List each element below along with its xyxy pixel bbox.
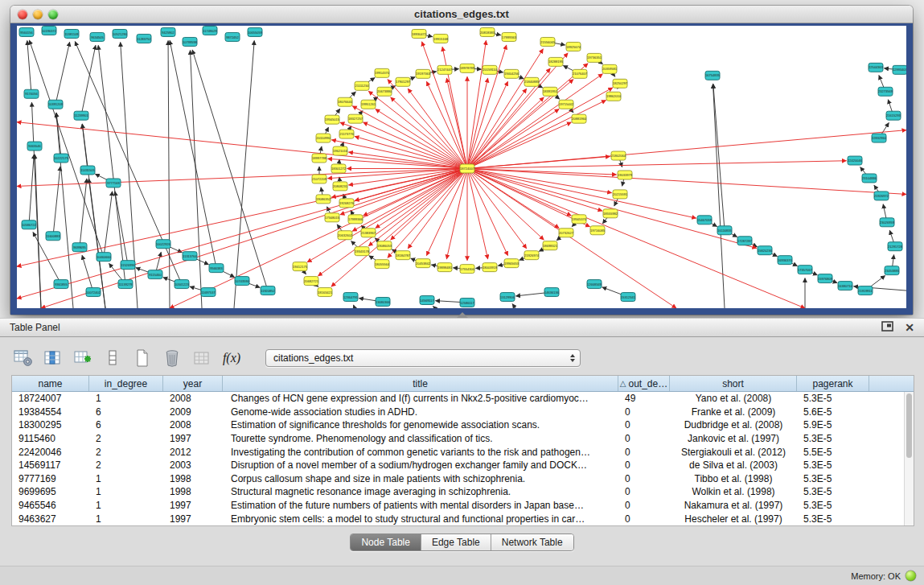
table-row[interactable]: 1872400712008Changes of HCN gene express… xyxy=(12,392,914,406)
graph-node[interactable]: 9872452 xyxy=(225,32,240,41)
graph-node[interactable]: 21076407 xyxy=(573,69,588,78)
graph-node[interactable]: 18391951 xyxy=(543,87,558,96)
graph-node[interactable]: 18184787 xyxy=(396,251,411,260)
graph-node[interactable]: 21556065 xyxy=(540,37,556,46)
graph-node[interactable]: 18288195 xyxy=(548,57,564,66)
table-row[interactable]: 946362711997Embryonic stem cells: a mode… xyxy=(12,512,914,525)
table-row[interactable]: 946554611997Estimation of the future num… xyxy=(12,499,914,513)
graph-edge[interactable] xyxy=(422,42,467,169)
table-scrollbar[interactable] xyxy=(904,392,914,525)
graph-node[interactable]: 18250297 xyxy=(613,79,628,88)
graph-node[interactable]: 17999366 xyxy=(348,215,363,224)
graph-node[interactable]: 19715442 xyxy=(559,100,574,109)
graph-node[interactable]: 9699695 xyxy=(72,243,87,252)
graph-node[interactable]: 11697537 xyxy=(201,288,216,297)
graph-node[interactable]: 11381109 xyxy=(64,29,79,38)
graph-edge[interactable] xyxy=(467,168,805,308)
graph-edge[interactable] xyxy=(115,192,128,265)
show-columns-button[interactable] xyxy=(43,348,64,368)
scrollbar-thumb[interactable] xyxy=(906,393,912,458)
panel-collapse-handle[interactable] xyxy=(457,312,468,318)
tab-edge-table[interactable]: Edge Table xyxy=(421,534,491,550)
graph-node[interactable]: 19565370 xyxy=(572,215,587,224)
graph-node[interactable]: 15467059 xyxy=(697,216,713,225)
graph-node[interactable]: 18055564 xyxy=(375,260,390,269)
graph-node[interactable]: 9361855 xyxy=(54,280,68,289)
graph-edge[interactable] xyxy=(168,40,170,308)
graph-edge[interactable] xyxy=(81,45,96,115)
graph-node[interactable]: 18978789 xyxy=(460,64,475,72)
network-canvas[interactable]: 1872400719565370207326271869832121926974… xyxy=(17,26,906,308)
graph-node[interactable]: 11239901 xyxy=(74,111,89,120)
graph-edge[interactable] xyxy=(170,168,467,308)
graph-node[interactable]: 9115460 xyxy=(148,270,162,279)
table-row[interactable]: 911546021997Tourette syndrome. Phenomeno… xyxy=(12,432,914,446)
graph-node[interactable]: 21111234 xyxy=(355,81,369,90)
graph-node[interactable]: 10222175 xyxy=(54,154,69,163)
graph-node[interactable]: 9560156 xyxy=(19,27,34,36)
graph-node[interactable]: 11920852 xyxy=(261,286,276,295)
graph-node[interactable]: 18327257 xyxy=(348,114,363,123)
graph-node[interactable]: 10521290 xyxy=(113,29,128,38)
graph-node[interactable]: 18003919 xyxy=(483,263,498,272)
graph-node[interactable]: 10743590 xyxy=(235,277,250,286)
graph-node[interactable]: 11139279 xyxy=(118,280,133,289)
graph-node[interactable]: 10460660 xyxy=(97,253,112,262)
graph-edge[interactable] xyxy=(467,168,696,218)
graph-node[interactable]: 17901297 xyxy=(396,77,411,86)
window-titlebar[interactable]: citations_edges.txt xyxy=(10,6,913,23)
graph-node[interactable]: 19412175 xyxy=(293,262,308,271)
graph-node[interactable]: 17357067 xyxy=(798,266,813,274)
row-options-button[interactable] xyxy=(102,348,123,368)
graph-edge[interactable] xyxy=(467,122,571,169)
graph-node[interactable]: 20632602 xyxy=(338,231,353,240)
table-row[interactable]: 2242004622012Investigating the contribut… xyxy=(12,445,914,459)
graph-node[interactable]: 12586117 xyxy=(460,299,475,307)
graph-node[interactable]: 21173776 xyxy=(339,130,355,138)
graph-edge[interactable] xyxy=(433,306,435,308)
graph-node[interactable]: 19343178 xyxy=(355,247,370,256)
graph-node[interactable]: 16380710 xyxy=(838,282,853,290)
close-panel-icon[interactable]: ✕ xyxy=(905,322,914,333)
graph-node[interactable]: 20682721 xyxy=(304,277,319,286)
graph-node[interactable]: 16936370 xyxy=(778,256,793,265)
graph-node[interactable]: 20673880 xyxy=(377,87,392,96)
table-row[interactable]: 969969511998Structural magnetic resonanc… xyxy=(12,485,914,499)
graph-node[interactable]: 13129906 xyxy=(500,293,515,302)
graph-node[interactable]: 17287287 xyxy=(737,237,753,245)
table-row[interactable]: 977716911998Corpus callosum shape and si… xyxy=(12,472,914,486)
graph-edge[interactable] xyxy=(467,161,847,169)
graph-node[interactable]: 20881960 xyxy=(572,114,587,123)
graph-node[interactable]: 11313764 xyxy=(183,252,198,261)
graph-edge[interactable] xyxy=(56,113,61,158)
table-select-dropdown[interactable]: citations_edges.txt xyxy=(265,349,581,367)
graph-node[interactable]: 21926974 xyxy=(524,251,540,260)
graph-edge[interactable] xyxy=(41,168,467,308)
graph-node[interactable]: 18724007 xyxy=(460,164,475,173)
graph-node[interactable]: 19716085 xyxy=(590,226,606,235)
column-header-pagerank[interactable]: pagerank xyxy=(797,376,869,391)
graph-node[interactable]: 11526996 xyxy=(121,261,136,270)
graph-edge[interactable] xyxy=(327,159,467,168)
column-header-name[interactable]: name xyxy=(12,376,89,391)
graph-node[interactable]: 21247447 xyxy=(437,65,453,74)
column-header-year[interactable]: year xyxy=(163,376,223,391)
graph-node[interactable]: 19268276 xyxy=(339,199,355,208)
graph-node[interactable]: 10196372 xyxy=(42,26,57,35)
graph-node[interactable]: 10586722 xyxy=(22,220,37,229)
graph-node[interactable]: 19086352 xyxy=(316,195,331,204)
table-settings-button[interactable] xyxy=(13,348,34,368)
graph-edge[interactable] xyxy=(56,113,73,308)
graph-node[interactable]: 19565015 xyxy=(325,115,340,124)
graph-node[interactable]: 11600883 xyxy=(46,232,61,241)
graph-node[interactable]: 11431505 xyxy=(80,166,96,175)
graph-node[interactable]: 19197363 xyxy=(416,69,431,78)
graph-node[interactable]: 20808231 xyxy=(333,182,348,191)
graph-node[interactable]: 18930472 xyxy=(412,29,427,38)
graph-node[interactable]: 22832960 xyxy=(872,134,887,142)
column-header-title[interactable]: title xyxy=(223,376,618,391)
delete-table-button[interactable] xyxy=(162,348,183,368)
graph-node[interactable]: 10391209 xyxy=(48,100,64,109)
minimize-window-button[interactable] xyxy=(33,10,43,19)
graph-node[interactable]: 22420046 xyxy=(848,156,863,165)
